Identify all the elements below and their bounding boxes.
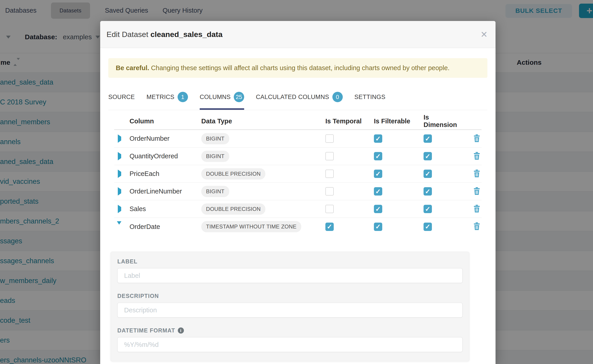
column-header: Column — [130, 117, 201, 125]
dataset-name: cleaned_sales_data — [151, 30, 223, 39]
delete-column-button[interactable] — [473, 134, 480, 143]
modal-header: Edit Dataset cleaned_sales_data ✕ — [100, 21, 495, 48]
delete-column-button[interactable] — [473, 152, 480, 161]
trash-icon — [473, 169, 480, 177]
calculated-columns-count-badge: 0 — [332, 92, 343, 102]
expand-caret-icon[interactable] — [118, 187, 121, 195]
is-dimension-checkbox[interactable] — [423, 205, 432, 213]
datetime-format-field-group: DATETIME FORMAT i — [117, 327, 463, 352]
data-type-header: Data Type — [201, 117, 325, 125]
expand-caret-icon[interactable] — [118, 152, 121, 160]
delete-column-button[interactable] — [473, 187, 480, 196]
page: Databases Datasets Saved Queries Query H… — [0, 0, 593, 364]
column-row: PriceEach DOUBLE PRECISION — [114, 165, 481, 183]
is-dimension-checkbox[interactable] — [423, 187, 432, 195]
is-dimension-checkbox[interactable] — [423, 169, 432, 178]
delete-column-button[interactable] — [473, 169, 480, 178]
expand-caret-icon[interactable] — [118, 134, 121, 143]
column-row: Sales DOUBLE PRECISION — [114, 200, 481, 218]
data-type-pill: DOUBLE PRECISION — [201, 203, 265, 215]
metrics-count-badge: 1 — [178, 92, 188, 102]
is-filterable-checkbox[interactable] — [374, 205, 382, 213]
tab-metrics[interactable]: METRICS 1 — [146, 86, 188, 110]
tab-columns[interactable]: COLUMNS 25 — [200, 86, 244, 110]
info-icon[interactable]: i — [178, 327, 184, 334]
is-temporal-header: Is Temporal — [325, 117, 374, 125]
warning-bold: Be careful. — [116, 64, 149, 72]
is-filterable-checkbox[interactable] — [374, 134, 382, 143]
is-filterable-header: Is Filterable — [374, 117, 423, 125]
data-type-pill: BIGINT — [201, 133, 229, 144]
data-type-pill: DOUBLE PRECISION — [201, 168, 265, 180]
column-row: QuantityOrdered BIGINT — [114, 148, 481, 165]
is-dimension-checkbox[interactable] — [423, 152, 432, 160]
is-temporal-checkbox[interactable] — [325, 152, 334, 160]
columns-table-header: Column Data Type Is Temporal Is Filterab… — [114, 113, 481, 130]
is-temporal-checkbox[interactable] — [325, 205, 334, 213]
column-name: OrderLineNumber — [130, 188, 201, 195]
is-filterable-checkbox[interactable] — [374, 169, 382, 178]
label-field-label: LABEL — [117, 258, 463, 265]
trash-icon — [473, 205, 480, 212]
column-row: OrderNumber BIGINT — [114, 130, 481, 148]
modal-body: Be careful. Changing these settings will… — [100, 58, 495, 361]
tab-source[interactable]: SOURCE — [108, 86, 135, 110]
edit-dataset-modal: Edit Dataset cleaned_sales_data ✕ Be car… — [100, 21, 495, 364]
datetime-format-input[interactable] — [117, 337, 463, 352]
tab-calculated-columns[interactable]: CALCULATED COLUMNS 0 — [256, 86, 343, 110]
data-type-pill: BIGINT — [201, 186, 229, 197]
is-filterable-checkbox[interactable] — [374, 187, 382, 195]
trash-icon — [473, 134, 480, 142]
column-name: PriceEach — [130, 170, 201, 177]
is-temporal-checkbox[interactable] — [325, 223, 334, 231]
close-icon[interactable]: ✕ — [481, 30, 488, 39]
columns-count-badge: 25 — [234, 92, 244, 102]
is-temporal-checkbox[interactable] — [325, 187, 334, 195]
columns-table-body: OrderNumber BIGINT — [114, 130, 481, 235]
expand-caret-icon[interactable] — [118, 169, 121, 178]
is-dimension-checkbox[interactable] — [423, 223, 432, 231]
is-dimension-header: Is Dimension — [423, 114, 460, 129]
description-field-group: DESCRIPTION — [117, 293, 463, 318]
column-name: Sales — [130, 205, 201, 213]
expand-caret-icon[interactable] — [118, 205, 121, 213]
data-type-pill: TIMESTAMP WITHOUT TIME ZONE — [201, 221, 301, 232]
columns-table: Column Data Type Is Temporal Is Filterab… — [114, 113, 481, 235]
column-row: OrderLineNumber BIGINT — [114, 183, 481, 200]
warning-text: Changing these settings will affect all … — [149, 64, 449, 72]
is-filterable-checkbox[interactable] — [374, 223, 382, 231]
expand-caret-icon[interactable] — [117, 221, 121, 228]
column-name: OrderDate — [130, 223, 201, 230]
column-name: OrderNumber — [130, 135, 201, 142]
modal-tabs: SOURCE METRICS 1 COLUMNS 25 CALCULATED C… — [108, 86, 488, 110]
is-filterable-checkbox[interactable] — [374, 152, 382, 160]
datetime-format-field-label: DATETIME FORMAT i — [117, 327, 463, 334]
is-dimension-checkbox[interactable] — [423, 134, 432, 143]
label-field-group: LABEL — [117, 258, 463, 283]
column-detail-panel: LABEL DESCRIPTION DATETIME FORMAT i — [111, 252, 469, 361]
trash-icon — [473, 222, 480, 230]
tab-settings[interactable]: SETTINGS — [355, 86, 385, 110]
delete-column-button[interactable] — [473, 205, 480, 213]
trash-icon — [473, 152, 480, 160]
trash-icon — [473, 187, 480, 195]
is-temporal-checkbox[interactable] — [325, 134, 334, 143]
description-field-label: DESCRIPTION — [117, 293, 463, 299]
delete-column-button[interactable] — [473, 222, 480, 231]
warning-banner: Be careful. Changing these settings will… — [108, 58, 488, 78]
data-type-pill: BIGINT — [201, 151, 229, 162]
modal-title: Edit Dataset cleaned_sales_data — [106, 30, 223, 39]
column-name: QuantityOrdered — [130, 152, 201, 160]
label-input[interactable] — [117, 268, 463, 283]
description-input[interactable] — [117, 303, 463, 318]
column-row: OrderDate TIMESTAMP WITHOUT TIME ZONE — [114, 218, 481, 235]
is-temporal-checkbox[interactable] — [325, 169, 334, 178]
